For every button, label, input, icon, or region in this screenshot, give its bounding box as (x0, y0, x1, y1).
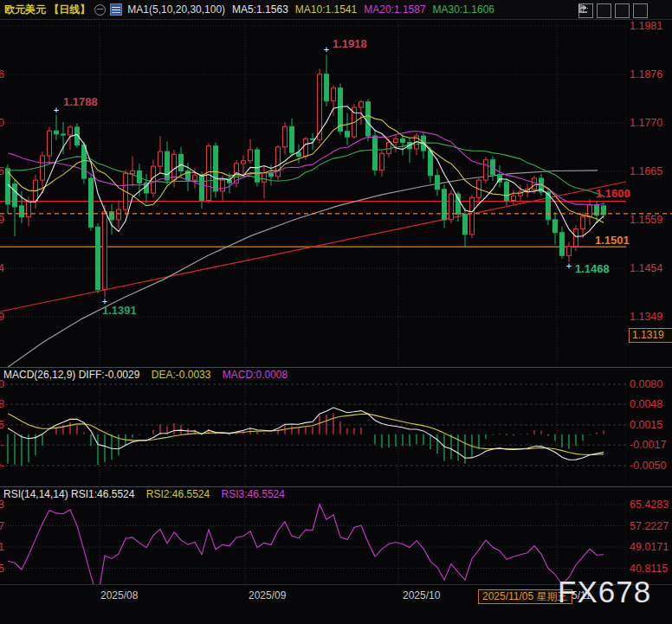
title-bar: 欧元美元 【日线】 MA1(5,10,20,30,100) MA5:1.1563… (0, 0, 672, 20)
candle (588, 205, 592, 217)
candle (443, 190, 447, 220)
candle (512, 196, 516, 200)
axis-play-icon[interactable] (615, 3, 630, 18)
candle (380, 153, 384, 170)
y-axis-label-left: 1.1665 (0, 165, 4, 177)
candle (560, 233, 565, 256)
indicator-chart-icon[interactable] (110, 3, 122, 16)
ma10-value: MA10:1.1541 (295, 3, 357, 16)
candle (553, 220, 558, 233)
extreme-marker: + (324, 44, 329, 55)
macd-axis-label: 0.0080 (630, 378, 672, 390)
chart-canvas[interactable]: ++++ (0, 0, 672, 624)
rsi-axis-label: 40.8115 (630, 563, 672, 575)
crosshair-price-box: 1.1319 (629, 328, 672, 343)
macd-axis-label-left: -0.0050 (0, 460, 4, 472)
macd-axis-label: 0.0015 (630, 419, 672, 431)
candle (96, 227, 100, 289)
candle (429, 151, 433, 176)
macd-axis-label: 0.0048 (630, 398, 672, 410)
candle (165, 151, 170, 180)
toolbar (578, 3, 648, 18)
candle (20, 206, 24, 217)
candle (449, 194, 454, 220)
candle (131, 170, 135, 173)
price-annotation: 1.1788 (63, 95, 98, 108)
candle (533, 178, 537, 190)
y-axis-label-left: 1.1876 (0, 68, 4, 80)
x-axis-month-label: 2025/09 (249, 589, 286, 601)
rsi2-value: RSI2:46.5524 (146, 488, 210, 500)
rsi3-value: RSI3:46.5524 (222, 488, 285, 500)
candle (27, 201, 31, 217)
candle (325, 74, 329, 101)
symbol-title: 欧元美元 【日线】 (4, 3, 90, 17)
ma20-value: MA20:1.1587 (364, 3, 425, 16)
ma5-line (8, 106, 604, 237)
candle (567, 247, 572, 256)
hline-price-label: 1.1501 (595, 234, 630, 247)
y-axis-label-left: 1.1454 (0, 262, 4, 274)
candle (249, 150, 253, 161)
extreme-marker: + (54, 105, 59, 115)
ma10-line (8, 116, 604, 223)
y-axis-label-left: 1.1559 (0, 214, 4, 226)
candle (332, 88, 336, 101)
candle (373, 136, 378, 170)
rsi-axis-label: 49.0171 (630, 541, 672, 553)
y-axis-label: 1.1876 (630, 68, 672, 80)
candle (346, 132, 350, 137)
candle (193, 175, 197, 180)
macd-axis-label-left: 0.0015 (0, 419, 4, 431)
candle (214, 146, 218, 191)
y-axis-label: 1.1454 (630, 262, 672, 274)
candle (172, 154, 177, 180)
candle (221, 180, 225, 191)
candle (158, 151, 163, 166)
candle (387, 143, 391, 154)
candle (304, 138, 308, 156)
price-annotation: 1.1391 (102, 304, 137, 317)
candle (290, 126, 294, 152)
collapse-icon[interactable] (94, 4, 106, 16)
rsi-axis-label-left: 49.0171 (0, 541, 4, 553)
candle (200, 175, 204, 200)
candle (117, 209, 121, 220)
axis-zoom-icon[interactable] (597, 3, 611, 18)
rsi-axis-label-left: 40.8115 (0, 563, 4, 575)
candle (179, 154, 184, 170)
hline-price-label: 1.1600 (596, 187, 630, 200)
candle (103, 212, 107, 290)
rsi-axis-label: 57.2227 (630, 520, 672, 532)
macd-axis-label: -0.0050 (630, 460, 672, 472)
macd-macd-value: MACD:0.0008 (223, 369, 288, 381)
rsi-axis-label: 65.4283 (630, 499, 672, 511)
candle (262, 173, 267, 183)
candle (401, 138, 405, 142)
macd-axis-label: -0.0017 (630, 439, 672, 451)
y-axis-label: 1.1349 (630, 311, 672, 323)
extreme-marker: + (566, 261, 572, 271)
candle (13, 183, 17, 207)
candle (89, 178, 94, 227)
trading-app-window: ++++ 欧元美元 【日线】 MA1(5,10,20,30,100) MA5:1… (0, 0, 672, 624)
ma-settings-label: MA1(5,10,20,30,100) (127, 3, 225, 16)
candle (581, 217, 585, 229)
y-axis-label-left: 1.1770 (0, 117, 4, 129)
rsi-header: RSI(14,14,14) RSI1:46.5524 RSI2:46.5524 … (0, 488, 624, 500)
candle (505, 182, 509, 200)
macd-title-diff: MACD(26,12,9) DIFF:-0.0029 (3, 369, 139, 381)
candle (55, 131, 59, 134)
candle (359, 102, 364, 107)
candle (242, 161, 246, 164)
price-annotation: 1.1468 (575, 262, 610, 275)
macd-header: MACD(26,12,9) DIFF:-0.0029 DEA:-0.0033 M… (0, 369, 624, 381)
candle (394, 138, 398, 142)
candle (68, 127, 73, 135)
candle (207, 146, 211, 201)
y-axis-label: 1.1665 (630, 165, 672, 177)
candle (48, 131, 52, 156)
candle (283, 126, 288, 146)
macd-rsi-divider (0, 486, 672, 487)
axis-shift-icon[interactable] (633, 3, 648, 18)
